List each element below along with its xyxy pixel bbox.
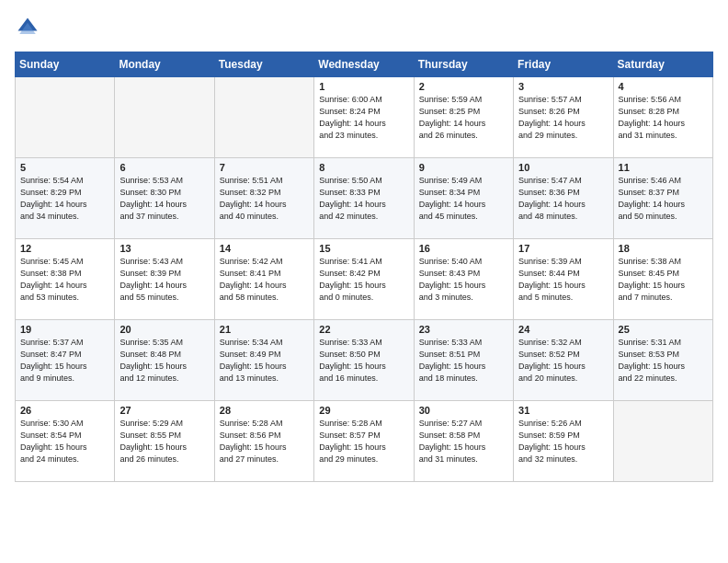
- calendar-cell: 1Sunrise: 6:00 AM Sunset: 8:24 PM Daylig…: [314, 77, 414, 158]
- calendar-cell: 5Sunrise: 5:54 AM Sunset: 8:29 PM Daylig…: [16, 158, 115, 239]
- day-info: Sunrise: 5:51 AM Sunset: 8:32 PM Dayligh…: [220, 175, 309, 223]
- calendar-cell: 18Sunrise: 5:38 AM Sunset: 8:45 PM Dayli…: [613, 239, 712, 320]
- day-info: Sunrise: 5:39 AM Sunset: 8:44 PM Dayligh…: [518, 256, 608, 304]
- calendar-cell: 3Sunrise: 5:57 AM Sunset: 8:26 PM Daylig…: [514, 77, 613, 158]
- day-info: Sunrise: 5:37 AM Sunset: 8:47 PM Dayligh…: [20, 337, 109, 385]
- day-number: 22: [319, 324, 408, 335]
- page-header: [15, 15, 713, 40]
- day-number: 10: [518, 162, 608, 173]
- weekday-header-thursday: Thursday: [414, 52, 513, 77]
- day-number: 4: [619, 81, 708, 92]
- day-info: Sunrise: 5:42 AM Sunset: 8:41 PM Dayligh…: [220, 256, 309, 304]
- day-info: Sunrise: 5:43 AM Sunset: 8:39 PM Dayligh…: [119, 256, 209, 304]
- day-number: 27: [119, 405, 209, 416]
- day-number: 17: [518, 243, 608, 254]
- calendar-cell: 26Sunrise: 5:30 AM Sunset: 8:54 PM Dayli…: [16, 401, 115, 482]
- day-info: Sunrise: 5:38 AM Sunset: 8:45 PM Dayligh…: [619, 256, 708, 304]
- day-number: 24: [518, 324, 608, 335]
- weekday-header-tuesday: Tuesday: [214, 52, 313, 77]
- calendar-cell: 9Sunrise: 5:49 AM Sunset: 8:34 PM Daylig…: [414, 158, 513, 239]
- calendar-cell: 22Sunrise: 5:33 AM Sunset: 8:50 PM Dayli…: [314, 320, 414, 401]
- weekday-header-friday: Friday: [514, 52, 613, 77]
- day-number: 19: [20, 324, 109, 335]
- weekday-header-monday: Monday: [115, 52, 214, 77]
- day-info: Sunrise: 5:54 AM Sunset: 8:29 PM Dayligh…: [20, 175, 109, 223]
- calendar-cell: 8Sunrise: 5:50 AM Sunset: 8:33 PM Daylig…: [314, 158, 414, 239]
- calendar-cell: 11Sunrise: 5:46 AM Sunset: 8:37 PM Dayli…: [613, 158, 712, 239]
- calendar-cell: 31Sunrise: 5:26 AM Sunset: 8:59 PM Dayli…: [514, 401, 613, 482]
- weekday-header-row: SundayMondayTuesdayWednesdayThursdayFrid…: [16, 52, 713, 77]
- weekday-header-wednesday: Wednesday: [314, 52, 414, 77]
- day-info: Sunrise: 5:57 AM Sunset: 8:26 PM Dayligh…: [518, 94, 608, 142]
- day-number: 2: [419, 81, 508, 92]
- day-info: Sunrise: 5:35 AM Sunset: 8:48 PM Dayligh…: [119, 337, 209, 385]
- calendar-cell: 12Sunrise: 5:45 AM Sunset: 8:38 PM Dayli…: [16, 239, 115, 320]
- day-info: Sunrise: 5:28 AM Sunset: 8:57 PM Dayligh…: [319, 418, 408, 465]
- day-info: Sunrise: 5:28 AM Sunset: 8:56 PM Dayligh…: [220, 418, 309, 465]
- day-info: Sunrise: 5:56 AM Sunset: 8:28 PM Dayligh…: [619, 94, 708, 142]
- day-info: Sunrise: 6:00 AM Sunset: 8:24 PM Dayligh…: [319, 94, 408, 142]
- day-number: 21: [220, 324, 309, 335]
- week-row-1: 1Sunrise: 6:00 AM Sunset: 8:24 PM Daylig…: [16, 77, 713, 158]
- day-info: Sunrise: 5:31 AM Sunset: 8:53 PM Dayligh…: [619, 337, 708, 385]
- calendar-cell: 10Sunrise: 5:47 AM Sunset: 8:36 PM Dayli…: [514, 158, 613, 239]
- day-number: 28: [220, 405, 309, 416]
- calendar-cell: 29Sunrise: 5:28 AM Sunset: 8:57 PM Dayli…: [314, 401, 414, 482]
- day-info: Sunrise: 5:27 AM Sunset: 8:58 PM Dayligh…: [419, 418, 508, 465]
- day-info: Sunrise: 5:50 AM Sunset: 8:33 PM Dayligh…: [319, 175, 408, 223]
- day-info: Sunrise: 5:30 AM Sunset: 8:54 PM Dayligh…: [20, 418, 109, 465]
- weekday-header-saturday: Saturday: [613, 52, 712, 77]
- calendar-cell: 13Sunrise: 5:43 AM Sunset: 8:39 PM Dayli…: [115, 239, 214, 320]
- day-number: 20: [119, 324, 209, 335]
- week-row-5: 26Sunrise: 5:30 AM Sunset: 8:54 PM Dayli…: [16, 401, 713, 482]
- calendar-cell: [613, 401, 712, 482]
- calendar-cell: 23Sunrise: 5:33 AM Sunset: 8:51 PM Dayli…: [414, 320, 513, 401]
- day-info: Sunrise: 5:32 AM Sunset: 8:52 PM Dayligh…: [518, 337, 608, 385]
- calendar-cell: 24Sunrise: 5:32 AM Sunset: 8:52 PM Dayli…: [514, 320, 613, 401]
- day-info: Sunrise: 5:33 AM Sunset: 8:50 PM Dayligh…: [319, 337, 408, 385]
- day-info: Sunrise: 5:49 AM Sunset: 8:34 PM Dayligh…: [419, 175, 508, 223]
- calendar-cell: 19Sunrise: 5:37 AM Sunset: 8:47 PM Dayli…: [16, 320, 115, 401]
- day-number: 5: [20, 162, 109, 173]
- week-row-3: 12Sunrise: 5:45 AM Sunset: 8:38 PM Dayli…: [16, 239, 713, 320]
- day-number: 31: [518, 405, 608, 416]
- calendar-cell: [16, 77, 115, 158]
- day-number: 11: [619, 162, 708, 173]
- day-info: Sunrise: 5:29 AM Sunset: 8:55 PM Dayligh…: [119, 418, 209, 465]
- day-info: Sunrise: 5:41 AM Sunset: 8:42 PM Dayligh…: [319, 256, 408, 304]
- day-info: Sunrise: 5:45 AM Sunset: 8:38 PM Dayligh…: [20, 256, 109, 304]
- day-number: 14: [220, 243, 309, 254]
- week-row-4: 19Sunrise: 5:37 AM Sunset: 8:47 PM Dayli…: [16, 320, 713, 401]
- day-info: Sunrise: 5:47 AM Sunset: 8:36 PM Dayligh…: [518, 175, 608, 223]
- day-number: 25: [619, 324, 708, 335]
- day-info: Sunrise: 5:46 AM Sunset: 8:37 PM Dayligh…: [619, 175, 708, 223]
- logo-icon: [15, 15, 40, 40]
- calendar-cell: 14Sunrise: 5:42 AM Sunset: 8:41 PM Dayli…: [214, 239, 313, 320]
- calendar-cell: 7Sunrise: 5:51 AM Sunset: 8:32 PM Daylig…: [214, 158, 313, 239]
- day-number: 16: [419, 243, 508, 254]
- calendar-cell: 28Sunrise: 5:28 AM Sunset: 8:56 PM Dayli…: [214, 401, 313, 482]
- day-info: Sunrise: 5:33 AM Sunset: 8:51 PM Dayligh…: [419, 337, 508, 385]
- day-info: Sunrise: 5:34 AM Sunset: 8:49 PM Dayligh…: [220, 337, 309, 385]
- calendar-cell: 4Sunrise: 5:56 AM Sunset: 8:28 PM Daylig…: [613, 77, 712, 158]
- weekday-header-sunday: Sunday: [16, 52, 115, 77]
- calendar-cell: 15Sunrise: 5:41 AM Sunset: 8:42 PM Dayli…: [314, 239, 414, 320]
- day-number: 15: [319, 243, 408, 254]
- day-number: 7: [220, 162, 309, 173]
- day-number: 18: [619, 243, 708, 254]
- day-number: 29: [319, 405, 408, 416]
- calendar-cell: 30Sunrise: 5:27 AM Sunset: 8:58 PM Dayli…: [414, 401, 513, 482]
- calendar-cell: 25Sunrise: 5:31 AM Sunset: 8:53 PM Dayli…: [613, 320, 712, 401]
- calendar-cell: [214, 77, 313, 158]
- day-info: Sunrise: 5:59 AM Sunset: 8:25 PM Dayligh…: [419, 94, 508, 142]
- day-number: 26: [20, 405, 109, 416]
- day-info: Sunrise: 5:53 AM Sunset: 8:30 PM Dayligh…: [119, 175, 209, 223]
- calendar-table: SundayMondayTuesdayWednesdayThursdayFrid…: [15, 52, 713, 482]
- week-row-2: 5Sunrise: 5:54 AM Sunset: 8:29 PM Daylig…: [16, 158, 713, 239]
- day-number: 13: [119, 243, 209, 254]
- day-number: 23: [419, 324, 508, 335]
- day-number: 12: [20, 243, 109, 254]
- logo: [15, 15, 44, 40]
- day-number: 6: [119, 162, 209, 173]
- day-number: 8: [319, 162, 408, 173]
